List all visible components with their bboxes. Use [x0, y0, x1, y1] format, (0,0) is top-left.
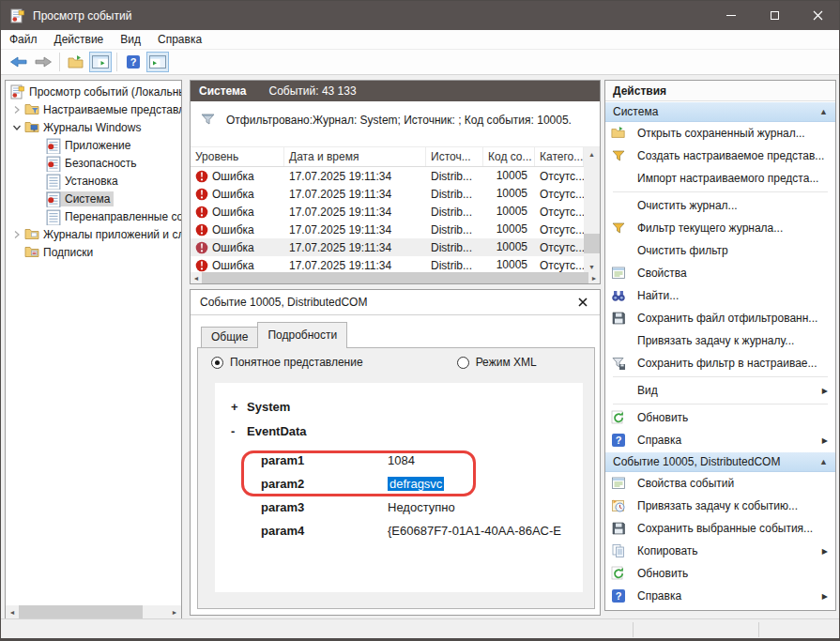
xml-view-radio[interactable]	[457, 357, 469, 369]
maximize-button[interactable]	[753, 1, 796, 30]
action-clear-log[interactable]: Очистить журнал...	[605, 194, 835, 217]
node-system[interactable]: + System	[231, 400, 290, 414]
actions-section-header-system[interactable]: Система ▲	[605, 101, 835, 122]
forward-button[interactable]	[32, 52, 54, 72]
event-row[interactable]: Ошибка 17.07.2025 19:11:34 Distrib... 10…	[191, 203, 584, 221]
event-table-horizontal-scrollbar[interactable]: ◄ ►	[191, 272, 600, 283]
tree-item-subscriptions[interactable]: Подписки	[6, 243, 181, 261]
action-event-help-submenu[interactable]: ? Справка ▶	[605, 585, 835, 607]
tree-horizontal-scrollbar[interactable]: ◄ ►	[6, 605, 181, 618]
action-save-selected-events[interactable]: Сохранить выбранные события...	[605, 517, 835, 540]
event-datetime: 17.07.2025 19:11:34	[284, 206, 426, 219]
event-level: Ошибка	[212, 241, 254, 254]
title-bar: Просмотр событий	[1, 1, 839, 30]
actions-separator	[613, 376, 828, 377]
action-help-submenu[interactable]: ? Справка ▶	[605, 429, 835, 451]
expand-plus-icon[interactable]: +	[231, 400, 247, 414]
action-clear-filter[interactable]: Очистить фильтр	[605, 239, 835, 262]
param-value-selected[interactable]: defragsvc	[388, 477, 444, 491]
toolbar-separator	[116, 53, 117, 71]
open-saved-log-button[interactable]	[65, 52, 87, 72]
column-header-datetime[interactable]: Дата и время	[284, 147, 426, 166]
detail-header: Событие 10005, DistributedCOM	[191, 290, 600, 315]
event-code: 10005	[483, 203, 535, 221]
action-find[interactable]: Найти...	[605, 284, 835, 307]
action-attach-task-to-log[interactable]: Привязать задачу к журналу...	[605, 329, 835, 352]
tree-item-apps-services-logs[interactable]: Журналы приложений и служб	[6, 225, 181, 243]
back-button[interactable]	[8, 52, 30, 72]
event-source: Distrib...	[426, 206, 483, 219]
action-refresh[interactable]: Обновить	[605, 406, 835, 429]
log-title: Система	[199, 84, 247, 98]
column-header-level[interactable]: Уровень	[191, 147, 284, 166]
action-properties[interactable]: Свойства	[605, 262, 835, 284]
tree-item-windows-logs[interactable]: Журналы Windows	[6, 118, 181, 136]
scroll-left-icon[interactable]: ◄	[6, 605, 19, 618]
chevron-right-icon[interactable]	[9, 102, 24, 117]
action-label: Копировать	[637, 544, 822, 557]
actions-section-header-event[interactable]: Событие 10005, DistributedCOM ▲	[605, 451, 835, 472]
refresh-icon	[611, 410, 626, 425]
tree-item-forwarded-events[interactable]: Перенаправленные события	[6, 207, 181, 225]
close-icon	[578, 298, 588, 307]
scroll-up-icon[interactable]: ▲	[584, 147, 600, 161]
action-create-custom-view[interactable]: Создать настраиваемое представ...	[605, 145, 835, 167]
event-table-vertical-scrollbar[interactable]: ▲ ▼	[584, 147, 600, 274]
event-row[interactable]: Ошибка 17.07.2025 19:11:34 Distrib... 10…	[191, 221, 584, 238]
event-row-selected[interactable]: Ошибка 17.07.2025 19:11:34 Distrib... 10…	[191, 238, 584, 256]
event-row[interactable]: Ошибка 17.07.2025 19:11:34 Distrib... 10…	[191, 185, 584, 203]
action-attach-task-to-event[interactable]: Привязать задачу к событию...	[605, 495, 835, 517]
friendly-view-radio[interactable]	[211, 357, 223, 369]
action-label: Очистить фильтр	[637, 244, 828, 257]
column-header-code[interactable]: Код со...	[483, 147, 535, 166]
action-filter-current-log[interactable]: Фильтр текущего журнала...	[605, 217, 835, 239]
node-eventdata[interactable]: - EventData	[231, 424, 307, 438]
event-level: Ошибка	[212, 259, 254, 272]
event-row[interactable]: Ошибка 17.07.2025 19:11:34 Distrib... 10…	[191, 167, 584, 185]
tree-item-root[interactable]: Просмотр событий (Локальный)	[6, 83, 181, 100]
menu-action[interactable]: Действие	[46, 30, 113, 50]
action-event-refresh[interactable]: Обновить	[605, 562, 835, 585]
help-button[interactable]: ?	[122, 52, 145, 72]
tree-item-custom-views[interactable]: Настраиваемые представления	[6, 100, 181, 118]
tree-item-setup[interactable]: Установка	[6, 172, 181, 190]
close-button[interactable]	[796, 1, 839, 30]
action-pane-toggle-button[interactable]	[146, 52, 169, 72]
find-icon	[611, 288, 626, 303]
scrollbar-thumb[interactable]	[19, 605, 143, 618]
collapse-minus-icon[interactable]: -	[231, 424, 247, 438]
chevron-down-icon[interactable]	[9, 120, 24, 135]
collapse-up-icon[interactable]: ▲	[819, 457, 828, 466]
tree-item-security[interactable]: Безопасность	[6, 154, 181, 172]
action-open-saved-log[interactable]: Открыть сохраненный журнал...	[605, 122, 835, 145]
chevron-right-icon[interactable]	[9, 227, 24, 242]
action-copy-submenu[interactable]: Копировать ▶	[605, 540, 835, 562]
action-import-custom-view[interactable]: Импорт настраиваемого предста...	[605, 167, 835, 190]
action-save-filter-to-custom-view[interactable]: Сохранить фильтр в настраивае...	[605, 352, 835, 374]
menu-help[interactable]: Справка	[149, 30, 210, 50]
tab-general[interactable]: Общие	[201, 327, 258, 348]
minimize-button[interactable]	[710, 1, 753, 30]
column-header-category[interactable]: Катего...	[535, 147, 584, 166]
action-save-filtered-log[interactable]: Сохранить файл отфильтрованн...	[605, 307, 835, 329]
console-tree-toggle-button[interactable]	[89, 52, 112, 72]
event-datetime: 17.07.2025 19:11:34	[284, 259, 426, 272]
menu-file[interactable]: Файл	[1, 30, 46, 50]
scroll-right-icon[interactable]: ►	[168, 605, 181, 618]
scrollbar-thumb[interactable]	[202, 272, 588, 283]
collapse-up-icon[interactable]: ▲	[819, 107, 828, 116]
scrollbar-thumb[interactable]	[584, 234, 600, 253]
tree-item-application[interactable]: Приложение	[6, 136, 181, 154]
scroll-left-icon[interactable]: ◄	[191, 272, 202, 283]
tab-details[interactable]: Подробности	[257, 322, 347, 348]
event-log-icon	[46, 156, 61, 171]
detail-close-button[interactable]	[575, 295, 590, 310]
action-event-properties[interactable]: Свойства событий	[605, 472, 835, 495]
param-value: {E60687F7-01A1-40AA-86AC-E	[388, 524, 561, 538]
scroll-right-icon[interactable]: ►	[588, 272, 600, 283]
friendly-view-label: Понятное представление	[230, 356, 363, 369]
menu-view[interactable]: Вид	[112, 30, 149, 50]
column-header-source[interactable]: Источ...	[426, 147, 483, 166]
action-view-submenu[interactable]: Вид ▶	[605, 379, 835, 402]
tree-item-system[interactable]: Система	[6, 190, 181, 207]
